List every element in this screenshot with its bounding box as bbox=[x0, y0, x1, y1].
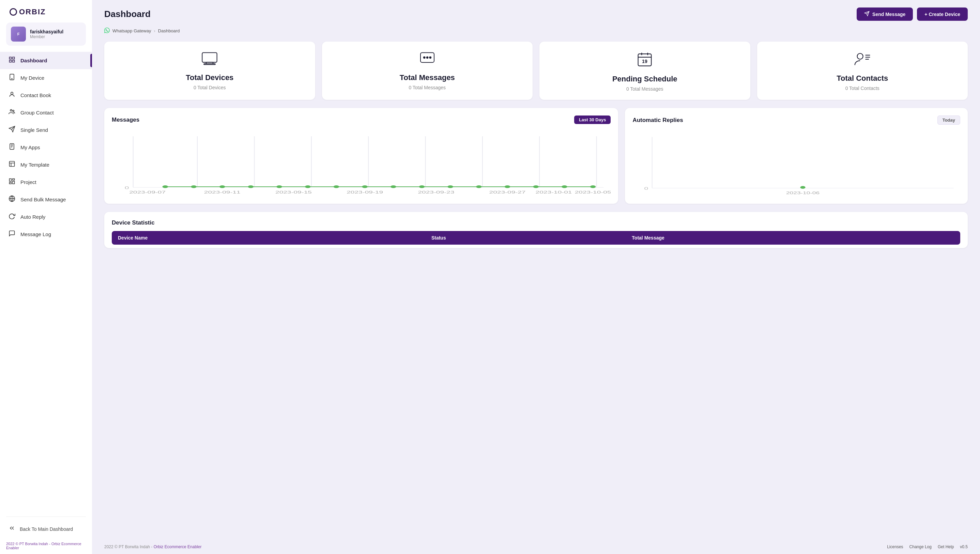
content-area: Whatsapp Gateway › Dashboard Total Devic… bbox=[92, 24, 980, 540]
sidebar: ORBIZ F fariskhasyaiful Member Dashboard… bbox=[0, 0, 92, 554]
svg-text:0: 0 bbox=[125, 186, 129, 190]
auto-replies-chart-header: Automatic Replies Today bbox=[632, 116, 960, 125]
svg-point-27 bbox=[430, 57, 431, 58]
sidebar-item-my-template[interactable]: My Template bbox=[0, 156, 92, 174]
messages-chart-title: Messages bbox=[112, 116, 139, 123]
svg-rect-12 bbox=[10, 161, 15, 167]
col-device-name: Device Name bbox=[112, 231, 425, 245]
stat-title-total-contacts: Total Contacts bbox=[837, 74, 888, 83]
svg-point-26 bbox=[426, 57, 428, 58]
col-total-message: Total Message bbox=[625, 231, 960, 245]
sidebar-item-label: Send Bulk Message bbox=[21, 197, 66, 202]
sidebar-item-message-log[interactable]: Message Log bbox=[0, 226, 92, 243]
sidebar-item-auto-reply[interactable]: Auto Reply bbox=[0, 208, 92, 226]
svg-point-72 bbox=[800, 186, 805, 189]
page-footer: 2022 © PT Borwita Indah - Orbiz Ecommerc… bbox=[92, 540, 980, 554]
sidebar-item-label: My Apps bbox=[21, 145, 40, 150]
logo-circle-icon bbox=[10, 8, 17, 16]
svg-point-6 bbox=[11, 92, 13, 94]
pending-schedule-icon: 19 bbox=[637, 52, 652, 70]
svg-rect-16 bbox=[10, 182, 11, 184]
stat-title-total-devices: Total Devices bbox=[186, 73, 234, 82]
breadcrumb: Whatsapp Gateway › Dashboard bbox=[104, 28, 968, 34]
sidebar-item-label: Group Contact bbox=[21, 110, 54, 116]
back-icon bbox=[8, 525, 16, 533]
svg-point-7 bbox=[10, 109, 12, 111]
total-contacts-icon bbox=[854, 52, 870, 69]
svg-text:2023-09-23: 2023-09-23 bbox=[418, 191, 454, 194]
messages-chart-filter[interactable]: Last 30 Days bbox=[574, 116, 611, 124]
svg-text:2023-09-07: 2023-09-07 bbox=[129, 191, 165, 194]
sidebar-item-label: Message Log bbox=[21, 231, 51, 237]
messages-chart-header: Messages Last 30 Days bbox=[112, 116, 611, 124]
page-title: Dashboard bbox=[104, 9, 151, 19]
stat-cards-grid: Total Devices 0 Total Devices Total Mess… bbox=[104, 41, 968, 100]
footer-copyright-section: 2022 © PT Borwita Indah - Orbiz Ecommerc… bbox=[104, 544, 201, 549]
auto-reply-icon bbox=[8, 213, 16, 221]
footer-copyright: 2022 © PT Borwita Indah - bbox=[6, 542, 51, 546]
svg-rect-14 bbox=[13, 179, 15, 180]
sidebar-item-label: My Device bbox=[21, 75, 44, 81]
sidebar-footer: 2022 © PT Borwita Indah - Orbiz Ecommerc… bbox=[0, 538, 92, 554]
sidebar-item-label: My Template bbox=[21, 162, 49, 168]
message-log-icon bbox=[8, 230, 16, 239]
wa-icon bbox=[104, 28, 110, 34]
stat-card-total-devices: Total Devices 0 Total Devices bbox=[104, 41, 315, 100]
breadcrumb-separator: › bbox=[154, 28, 155, 33]
create-device-button[interactable]: + Create Device bbox=[917, 8, 968, 21]
my-device-icon bbox=[8, 73, 16, 82]
sidebar-item-label: Contact Book bbox=[21, 92, 51, 98]
sidebar-item-contact-book[interactable]: Contact Book bbox=[0, 86, 92, 104]
sidebar-item-send-bulk-message[interactable]: Send Bulk Message bbox=[0, 191, 92, 208]
footer-link-get-help[interactable]: Get Help bbox=[938, 544, 954, 549]
project-icon bbox=[8, 178, 16, 186]
stat-value-total-devices: 0 Total Devices bbox=[194, 85, 226, 90]
col-status: Status bbox=[425, 231, 625, 245]
svg-point-25 bbox=[423, 57, 425, 58]
sidebar-item-label: Project bbox=[21, 179, 37, 185]
sidebar-item-my-device[interactable]: My Device bbox=[0, 69, 92, 86]
svg-rect-0 bbox=[10, 57, 11, 59]
auto-replies-chart-filter[interactable]: Today bbox=[937, 116, 960, 125]
auto-replies-chart-area: 0 2023-10-06 bbox=[632, 130, 960, 198]
svg-rect-15 bbox=[13, 181, 15, 184]
sidebar-item-dashboard[interactable]: Dashboard bbox=[0, 52, 92, 69]
send-message-button[interactable]: Send Message bbox=[857, 8, 913, 21]
auto-replies-chart-title: Automatic Replies bbox=[632, 117, 683, 124]
footer-link-licenses[interactable]: Licenses bbox=[887, 544, 903, 549]
avatar: F bbox=[11, 27, 26, 41]
avatar-initials: F bbox=[11, 27, 26, 41]
messages-chart-svg: 0 bbox=[112, 129, 611, 197]
user-profile: F fariskhasyaiful Member bbox=[6, 22, 86, 46]
device-statistic-title: Device Statistic bbox=[112, 220, 960, 226]
messages-chart-area: 0 bbox=[112, 129, 611, 197]
sidebar-item-label: Single Send bbox=[21, 127, 48, 133]
stat-card-total-contacts: Total Contacts 0 Total Contacts bbox=[757, 41, 968, 100]
sidebar-item-my-apps[interactable]: My Apps bbox=[0, 138, 92, 156]
sidebar-item-label: Dashboard bbox=[21, 57, 47, 64]
single-send-icon bbox=[8, 126, 16, 134]
footer-copyright: 2022 © PT Borwita Indah - bbox=[104, 544, 154, 549]
svg-rect-13 bbox=[10, 179, 11, 181]
table-header: Device Name Status Total Message bbox=[112, 231, 960, 245]
my-apps-icon bbox=[8, 143, 16, 151]
stat-value-total-contacts: 0 Total Contacts bbox=[845, 86, 880, 91]
stat-card-total-messages: Total Messages 0 Total Messages bbox=[322, 41, 533, 100]
footer-links: Licenses Change Log Get Help v0.5 bbox=[887, 544, 968, 549]
back-to-main-dashboard[interactable]: Back To Main Dashboard bbox=[0, 520, 92, 538]
charts-row: Messages Last 30 Days bbox=[104, 108, 968, 204]
svg-text:2023-09-15: 2023-09-15 bbox=[275, 191, 312, 194]
dashboard-icon bbox=[8, 56, 16, 65]
svg-text:2023-10-05: 2023-10-05 bbox=[575, 191, 611, 194]
svg-text:2023-09-19: 2023-09-19 bbox=[347, 191, 383, 194]
sidebar-item-project[interactable]: Project bbox=[0, 174, 92, 191]
logo-text: ORBIZ bbox=[19, 8, 46, 16]
sidebar-item-single-send[interactable]: Single Send bbox=[0, 121, 92, 138]
svg-rect-23 bbox=[204, 64, 215, 65]
footer-link-changelog[interactable]: Change Log bbox=[910, 544, 932, 549]
footer-brand: Orbiz Ecommerce Enabler bbox=[154, 544, 202, 549]
svg-text:19: 19 bbox=[642, 59, 648, 64]
sidebar-item-group-contact[interactable]: Group Contact bbox=[0, 104, 92, 121]
back-label: Back To Main Dashboard bbox=[20, 526, 73, 532]
svg-rect-1 bbox=[13, 57, 15, 59]
